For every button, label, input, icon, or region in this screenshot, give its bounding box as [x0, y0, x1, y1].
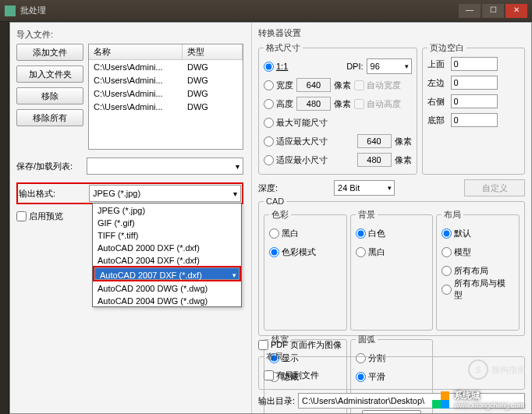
import-files-label: 导入文件:: [16, 29, 243, 41]
ratio-11-radio[interactable]: 1:1: [264, 62, 288, 72]
bw-radio[interactable]: 黑白: [269, 228, 299, 239]
layout-output-group: 布局 布局到文件: [258, 351, 525, 390]
auto-width-checkbox[interactable]: 自动宽度: [354, 80, 401, 91]
output-format-dropdown[interactable]: JPEG (*.jpg): [89, 185, 241, 202]
remove-button[interactable]: 移除: [16, 87, 83, 104]
dpi-select[interactable]: 96: [367, 58, 412, 74]
format-option[interactable]: AutoCAD 2004 DWG (*.dwg): [93, 294, 241, 306]
margin-bottom-input[interactable]: [451, 113, 498, 127]
maximize-button[interactable]: ☐: [482, 4, 504, 18]
depth-select[interactable]: 24 Bit: [334, 180, 395, 196]
window-title: 批处理: [20, 5, 46, 16]
window-titlebar: 批处理 — ☐ ✕: [0, 0, 532, 22]
list-item[interactable]: C:\Users\Admini...DWG: [89, 73, 243, 87]
layout-to-file-checkbox[interactable]: 布局到文件: [264, 370, 319, 381]
cad-group: CAD 色彩 黑白 色彩模式 线宽 显示 隐藏 背景: [258, 196, 525, 336]
auto-height-checkbox[interactable]: 自动高度: [354, 98, 401, 110]
depth-label: 深度:: [258, 182, 278, 194]
output-format-label: 输出格式:: [19, 188, 89, 200]
app-icon: [5, 5, 16, 16]
close-button[interactable]: ✕: [505, 4, 527, 18]
remove-all-button[interactable]: 移除所有: [16, 109, 83, 126]
output-dir-label: 输出目录:: [258, 395, 295, 407]
right-panel: 转换器设置 格式尺寸 1:1 DPI: 96 宽度 640 像素 自动宽度: [252, 23, 531, 413]
height-input[interactable]: 480: [296, 97, 331, 111]
batch-dialog: 导入文件: 添加文件 加入文件夹 移除 移除所有 名称 类型 C:\Users\…: [9, 22, 532, 414]
save-load-list-dropdown[interactable]: [87, 157, 243, 175]
width-input[interactable]: 640: [296, 78, 331, 92]
color-mode-radio[interactable]: 色彩模式: [269, 246, 316, 258]
cad-layout-group: 布局 默认 模型 所有布局 所有布局与模型: [436, 209, 520, 331]
format-size-group: 格式尺寸 1:1 DPI: 96 宽度 640 像素 自动宽度 高度 48: [258, 42, 417, 175]
file-list[interactable]: 名称 类型 C:\Users\Admini...DWG C:\Users\Adm…: [88, 44, 243, 150]
page-margins-group: 页边空白 上面 左边 右侧 底部: [422, 42, 525, 175]
start-button[interactable]: 开始: [362, 410, 421, 413]
fit-min-radio[interactable]: 适应最小尺寸: [264, 154, 328, 166]
add-files-button[interactable]: 添加文件: [16, 44, 83, 61]
pdf-as-image-checkbox[interactable]: PDF 页面作为图像: [258, 339, 342, 351]
layout-model-radio[interactable]: 模型: [442, 246, 471, 258]
bg-white-radio[interactable]: 白色: [356, 228, 385, 239]
col-type[interactable]: 类型: [183, 44, 243, 59]
fit-max-radio[interactable]: 适应最大尺寸: [264, 136, 328, 147]
layout-all-model-radio[interactable]: 所有布局与模型: [442, 278, 514, 301]
margin-right-input[interactable]: [451, 94, 498, 108]
cad-colors-group: 色彩 黑白 色彩模式: [264, 209, 347, 331]
converter-settings-label: 转换器设置: [258, 27, 525, 39]
format-option[interactable]: GIF (*.gif): [93, 216, 241, 228]
col-name[interactable]: 名称: [89, 44, 183, 59]
max-possible-radio[interactable]: 最大可能尺寸: [264, 117, 328, 129]
format-option[interactable]: TIFF (*.tiff): [93, 228, 241, 241]
fit-min-input[interactable]: 480: [357, 153, 392, 167]
cad-background-group: 背景 白色 黑白: [350, 209, 434, 331]
minimize-button[interactable]: —: [459, 4, 481, 18]
custom-button[interactable]: 自定义: [464, 179, 525, 196]
format-option[interactable]: JPEG (*.jpg): [93, 203, 241, 216]
enable-preview-checkbox[interactable]: 启用预览: [16, 211, 63, 222]
margin-left-input[interactable]: [451, 76, 498, 90]
margin-top-input[interactable]: [451, 57, 498, 71]
height-radio[interactable]: 高度: [264, 98, 293, 110]
bg-black-radio[interactable]: 黑白: [356, 246, 385, 258]
layout-all-radio[interactable]: 所有布局: [442, 265, 488, 277]
width-radio[interactable]: 宽度: [264, 80, 293, 91]
output-format-dropdown-list[interactable]: JPEG (*.jpg) GIF (*.gif) TIFF (*.tiff) A…: [92, 203, 242, 307]
list-item[interactable]: C:\Users\Admini...DWG: [89, 100, 243, 113]
output-dir-input[interactable]: C:\Users\Administrator\Desktop\: [298, 393, 525, 409]
format-option[interactable]: AutoCAD 2000 DWG (*.dwg): [93, 281, 241, 294]
list-item[interactable]: C:\Users\Admini...DWG: [89, 87, 243, 100]
format-option[interactable]: AutoCAD 2004 DXF (*.dxf): [93, 253, 241, 266]
fit-max-input[interactable]: 640: [357, 134, 392, 148]
save-load-list-label: 保存/加载列表:: [16, 161, 87, 172]
list-item[interactable]: C:\Users\Admini...DWG: [89, 60, 243, 73]
parent-app-strip: [0, 22, 9, 414]
layout-default-radio[interactable]: 默认: [442, 228, 471, 239]
dpi-label: DPI:: [346, 62, 363, 71]
add-folder-button[interactable]: 加入文件夹: [16, 65, 83, 83]
format-option-selected[interactable]: AutoCAD 2007 DXF (*.dxf): [94, 267, 239, 280]
format-option[interactable]: AutoCAD 2000 DXF (*.dxf): [93, 241, 241, 253]
